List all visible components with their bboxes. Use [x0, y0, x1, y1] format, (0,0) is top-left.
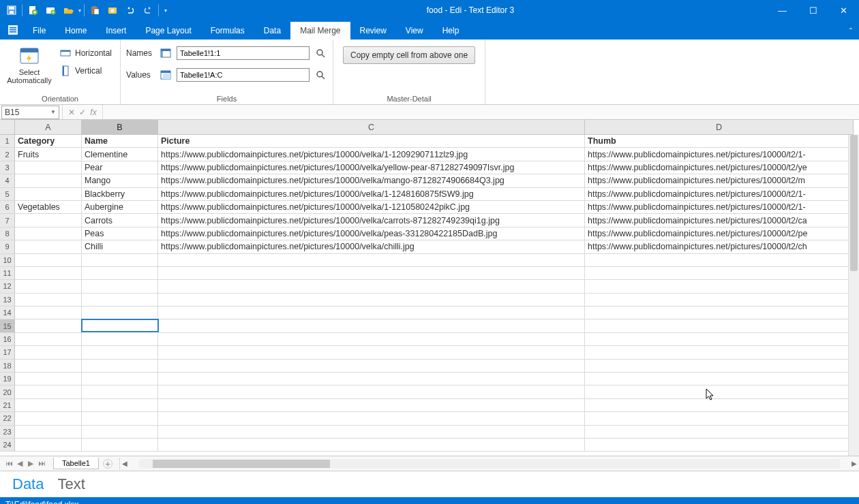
ribbon-collapse-icon[interactable]: ˆ [843, 25, 859, 40]
cell[interactable]: https://www.publicdomainpictures.net/pic… [158, 174, 585, 187]
values-input[interactable] [177, 68, 310, 82]
cell[interactable]: Clementine [82, 148, 158, 161]
cell[interactable] [15, 174, 82, 187]
paste-icon[interactable] [87, 3, 102, 18]
add-sheet-icon[interactable]: + [103, 459, 112, 469]
cell[interactable] [585, 346, 854, 359]
row-header[interactable]: 13 [0, 294, 15, 306]
cell[interactable]: https://www.publicdomainpictures.net/pic… [158, 214, 585, 227]
vertical-scrollbar[interactable] [848, 135, 859, 456]
cell[interactable]: https://www.publicdomainpictures.net/pic… [158, 227, 585, 240]
cell[interactable] [15, 306, 82, 319]
row-header[interactable]: 11 [0, 267, 15, 280]
row-header[interactable]: 6 [0, 201, 15, 214]
row-header[interactable]: 23 [0, 426, 15, 439]
cell[interactable]: Name [82, 135, 158, 148]
cell[interactable] [158, 294, 585, 306]
cell[interactable] [158, 385, 585, 398]
tab-text[interactable]: Text [57, 475, 85, 493]
cell[interactable]: https://www.publicdomainpictures.net/pic… [158, 148, 585, 161]
row-header[interactable]: 3 [0, 161, 15, 174]
row-header[interactable]: 17 [0, 346, 15, 359]
cell[interactable] [82, 412, 158, 425]
cell[interactable] [82, 360, 158, 373]
open-icon[interactable] [61, 3, 76, 18]
cell[interactable] [15, 161, 82, 174]
select-all-corner[interactable] [0, 120, 15, 135]
cell[interactable] [158, 319, 585, 332]
cell[interactable] [82, 385, 158, 398]
sheet-nav-prev-icon[interactable]: ◀ [15, 459, 25, 468]
cell[interactable] [82, 373, 158, 385]
cell[interactable]: Blackberry [82, 188, 158, 201]
cell[interactable] [82, 333, 158, 346]
undo-icon[interactable] [123, 3, 138, 18]
row-header[interactable]: 5 [0, 188, 15, 201]
row-header[interactable]: 4 [0, 174, 15, 187]
menu-tab-help[interactable]: Help [433, 22, 469, 40]
formula-input[interactable] [102, 105, 859, 119]
row-header[interactable]: 2 [0, 148, 15, 161]
cell[interactable] [585, 399, 854, 412]
qat-customize-icon[interactable]: ▾ [162, 7, 170, 14]
cell[interactable] [585, 267, 854, 280]
screenshot-icon[interactable] [105, 3, 120, 18]
close-button[interactable]: ✕ [828, 0, 859, 20]
horizontal-scrollbar[interactable]: ◀▶ [119, 458, 859, 469]
row-header[interactable]: 12 [0, 280, 15, 293]
cell[interactable] [15, 346, 82, 359]
tab-data[interactable]: Data [12, 475, 44, 493]
cell[interactable]: https://www.publicdomainpictures.net/pic… [585, 188, 854, 201]
cell[interactable] [15, 254, 82, 267]
save-icon[interactable] [4, 3, 19, 18]
col-header[interactable]: C [158, 120, 585, 135]
row-header[interactable]: 19 [0, 373, 15, 385]
cell[interactable] [158, 399, 585, 412]
row-header[interactable]: 7 [0, 214, 15, 227]
cell[interactable] [15, 214, 82, 227]
cell[interactable] [158, 360, 585, 373]
cell[interactable] [82, 346, 158, 359]
cell[interactable] [158, 412, 585, 425]
cell[interactable] [585, 254, 854, 267]
cell[interactable]: Thumb [585, 135, 854, 148]
row-header[interactable]: 1 [0, 135, 15, 148]
cell[interactable] [82, 439, 158, 452]
row-header[interactable]: 18 [0, 360, 15, 373]
new-tab-icon[interactable] [43, 3, 58, 18]
sheet-nav-first-icon[interactable]: ⏮ [4, 459, 14, 468]
cell[interactable] [81, 319, 159, 332]
cell[interactable] [15, 227, 82, 240]
names-search-icon[interactable] [314, 46, 327, 60]
menu-tab-mail-merge[interactable]: Mail Merge [290, 22, 350, 40]
names-input[interactable] [177, 46, 310, 60]
cell[interactable]: https://www.publicdomainpictures.net/pic… [158, 188, 585, 201]
cell[interactable]: https://www.publicdomainpictures.net/pic… [585, 161, 854, 174]
cell[interactable] [15, 280, 82, 293]
col-header[interactable]: B [82, 120, 158, 135]
cell[interactable] [585, 333, 854, 346]
names-range-icon[interactable] [159, 46, 172, 60]
cell[interactable] [158, 267, 585, 280]
cell[interactable]: Pear [82, 161, 158, 174]
row-header[interactable]: 21 [0, 399, 15, 412]
row-header[interactable]: 9 [0, 240, 15, 253]
cell[interactable] [15, 294, 82, 306]
menu-tab-home[interactable]: Home [55, 22, 96, 40]
menu-tab-page-layout[interactable]: Page Layout [136, 22, 200, 40]
cell[interactable] [585, 280, 854, 293]
copy-empty-cell-button[interactable]: Copy empty cell from above one [343, 46, 475, 64]
cell[interactable] [158, 280, 585, 293]
cell[interactable]: Vegetables [15, 201, 82, 214]
cell[interactable] [585, 412, 854, 425]
cell[interactable]: Peas [82, 227, 158, 240]
cell[interactable] [585, 319, 854, 332]
col-header[interactable]: A [15, 120, 82, 135]
minimize-button[interactable]: ― [767, 0, 798, 20]
cell[interactable] [15, 439, 82, 452]
cell[interactable]: https://www.publicdomainpictures.net/pic… [585, 240, 854, 253]
cell[interactable]: Chilli [82, 240, 158, 253]
cell[interactable] [15, 319, 82, 332]
cell[interactable] [158, 346, 585, 359]
cell[interactable] [585, 306, 854, 319]
